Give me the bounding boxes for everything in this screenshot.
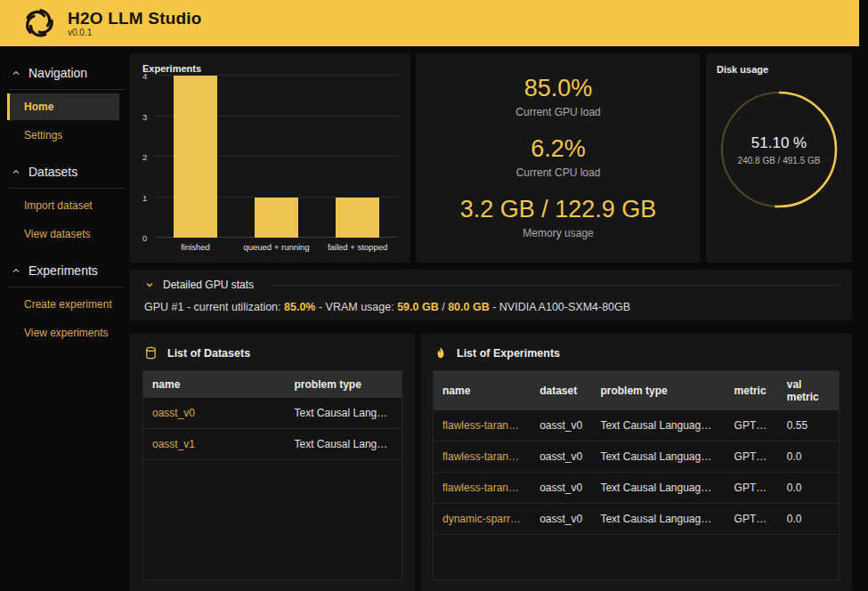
table-row[interactable]: flawless-tarantulaoasst_v0Text Causal La… [434,473,839,504]
disk-usage-title: Disk usage [717,64,841,75]
disk-percent: 51.10 % [751,134,807,152]
cell-metric: GPT3.5 [726,410,778,441]
gpu-load-value: 85.0% [515,75,600,101]
cell-problem-type: Text Causal Languag [286,429,402,460]
chart-bars [155,76,398,238]
cpu-load-stat: 6.2% Current CPU load [516,135,601,179]
row-name-link[interactable]: flawless-tarantula.1.1.1.1 [434,410,531,441]
chart-plot-area: 01234 [155,76,398,238]
cell-val-metric: 0.0 [778,441,839,473]
cpu-load-label: Current CPU load [516,166,601,179]
database-icon [144,346,158,360]
disk-usage-donut: 51.10 % 240.8 GB / 491.5 GB [717,87,841,212]
flame-icon [434,346,447,360]
gpu-details-card: Detailed GPU stats GPU #1 - current util… [130,270,852,320]
sidebar-section-datasets[interactable]: Datasets [0,158,125,186]
row-name-link[interactable]: oasst_v1 [143,429,286,460]
sidebar-section-label: Experiments [28,263,98,278]
row-name-link[interactable]: dynamic-sparrow [434,504,531,535]
experiments-bar-chart: 01234 finishedqueued + runningfailed + s… [155,76,398,252]
chevron-up-icon [11,166,21,177]
bar-slot [317,76,398,238]
divider [271,285,838,286]
cell-val-metric: 0.55 [778,410,839,441]
x-axis-label: failed + stopped [317,242,398,252]
datasets-list-card: List of Datasets nameproblem typeoasst_v… [130,334,415,591]
sidebar-section-label: Datasets [28,165,77,179]
cpu-load-value: 6.2% [516,135,601,162]
table-row[interactable]: dynamic-sparrowoasst_v0Text Causal Langu… [434,504,839,535]
cell-metric: GPT3.5 [726,473,778,504]
table-row[interactable]: flawless-tarantula.1.1.1.1oasst_v0Text C… [434,410,839,441]
row-name-link[interactable]: oasst_v0 [143,398,286,429]
gpu-stats-line: GPU #1 - current utilization: 85.0% - VR… [144,301,838,313]
chevron-down-icon [144,279,155,290]
cell-dataset: oasst_v0 [531,410,591,441]
table-row[interactable]: oasst_v0Text Causal Languag [143,398,402,429]
sidebar-item-settings[interactable]: Settings [7,122,119,149]
experiments-table: namedatasetproblem typemetricval metricf… [433,370,840,580]
cell-dataset: oasst_v0 [531,473,591,504]
sidebar-item-view-experiments[interactable]: View experiments [7,320,119,346]
cell-problem-type: Text Causal Languag [286,398,402,429]
table-row[interactable]: flawless-tarantula.1oasst_v0Text Causal … [434,441,839,473]
app-title: H2O LLM Studio [68,10,202,28]
gpu-details-expander[interactable]: Detailed GPU stats [144,279,838,291]
chevron-up-icon [11,68,21,78]
disk-capacity: 240.8 GB / 491.5 GB [738,156,821,166]
column-header-name: name [143,371,286,398]
cell-problem-type: Text Causal Language Modeling [591,441,725,473]
row-name-link[interactable]: flawless-tarantula [434,473,531,504]
y-axis-tick: 1 [142,192,147,202]
x-axis-label: finished [155,242,236,252]
gpu-stat-value: 85.0% [284,301,315,313]
experiments-list-card: List of Experiments namedatasetproblem t… [420,334,852,591]
column-header-dataset: dataset [531,371,591,410]
row-name-link[interactable]: flawless-tarantula.1 [434,441,531,473]
y-axis-tick: 3 [142,111,147,121]
cell-problem-type: Text Causal Language Modeling [591,410,725,441]
gpu-details-label: Detailed GPU stats [163,279,254,291]
sidebar-section-experiments[interactable]: Experiments [0,256,125,285]
datasets-table: nameproblem typeoasst_v0Text Causal Lang… [142,370,402,580]
h2o-logo-icon [22,6,56,40]
gpu-load-label: Current GPU load [515,106,600,118]
experiments-chart-card: Experiments 01234 finishedqueued + runni… [130,53,410,263]
bar-finished [174,76,216,238]
bar-failed + stopped [336,198,378,239]
table-header-row: nameproblem type [143,371,402,398]
sidebar-section-navigation[interactable]: Navigation [0,59,125,87]
table-row[interactable]: oasst_v1Text Causal Languag [143,429,402,460]
app-version: v0.0.1 [68,28,202,37]
gpu-stat-value: 80.0 GB [448,301,490,313]
cell-metric: GPT3.5 [726,504,778,535]
column-header-name: name [434,371,531,410]
column-header-problem-type: problem type [286,371,402,398]
memory-usage-label: Memory usage [460,227,657,239]
sidebar-item-import-dataset[interactable]: Import dataset [7,192,119,219]
divider [9,188,125,189]
cell-val-metric: 0.0 [778,473,839,504]
cell-metric: GPT3.5 [726,441,778,473]
cell-problem-type: Text Causal Language Modeling [591,504,725,535]
bar-queued + running [255,198,297,239]
bar-slot [155,76,236,238]
app-window: H2O LLM Studio v0.0.1 Navigation Home Se… [0,0,868,591]
y-axis-tick: 0 [142,233,147,243]
chart-x-axis-labels: finishedqueued + runningfailed + stopped [155,242,398,252]
gpu-stat-text: - VRAM usage: [315,301,397,313]
chart-title: Experiments [142,63,398,74]
gpu-load-stat: 85.0% Current GPU load [515,75,600,118]
datasets-table-title: List of Datasets [167,347,250,360]
memory-usage-stat: 3.2 GB / 122.9 GB Memory usage [460,196,657,239]
cell-problem-type: Text Causal Language Modeling [591,473,725,504]
gpu-stat-text: - NVIDIA A100-SXM4-80GB [490,301,630,313]
sidebar-item-home[interactable]: Home [7,93,119,120]
sidebar-item-view-datasets[interactable]: View datasets [7,221,119,247]
table-header-row: namedatasetproblem typemetricval metric [434,371,839,410]
sidebar-item-create-experiment[interactable]: Create experiment [7,291,119,318]
gpu-stat-text: GPU #1 - current utilization: [144,301,284,313]
bar-slot [236,76,317,238]
experiments-table-title: List of Experiments [457,347,560,360]
y-axis-tick: 4 [142,71,147,81]
